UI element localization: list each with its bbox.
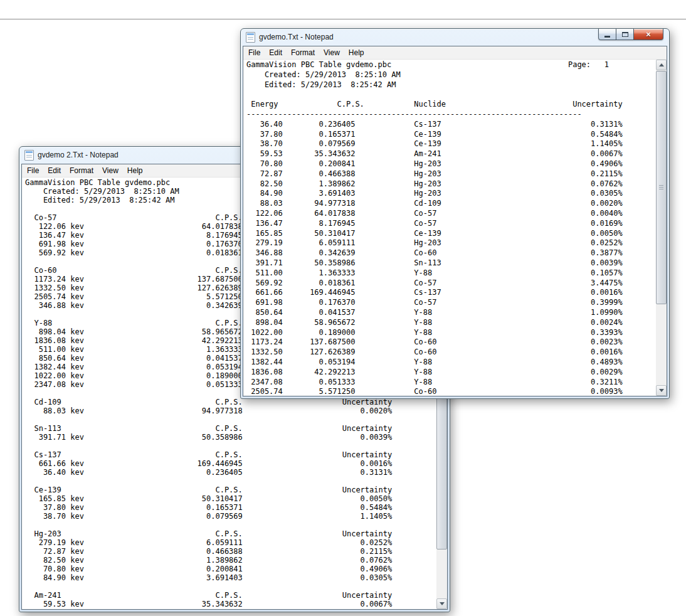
menu-edit[interactable]: Edit bbox=[265, 46, 287, 59]
menu-file[interactable]: File bbox=[244, 46, 265, 59]
arrow-down-icon bbox=[440, 602, 445, 605]
vertical-scrollbar-front[interactable] bbox=[656, 60, 667, 396]
maximize-button[interactable] bbox=[616, 29, 634, 40]
menu-edit[interactable]: Edit bbox=[43, 164, 65, 177]
minimize-button[interactable] bbox=[598, 29, 616, 40]
menu-format[interactable]: Format bbox=[65, 164, 98, 177]
scroll-thumb[interactable] bbox=[656, 71, 667, 304]
notepad-icon[interactable] bbox=[246, 32, 255, 43]
close-button[interactable]: × bbox=[634, 29, 663, 40]
window-client-front: File Edit Format View Help GammaVision P… bbox=[243, 46, 667, 396]
arrow-down-icon bbox=[659, 389, 664, 392]
titlebar-front[interactable]: gvdemo.Txt - Notepad × bbox=[241, 29, 669, 45]
menu-view[interactable]: View bbox=[319, 46, 344, 59]
menu-help[interactable]: Help bbox=[344, 46, 369, 59]
menubar-front: File Edit Format View Help bbox=[243, 46, 667, 60]
document-text-front: GammaVision PBC Table gvdemo.pbc Page: 1… bbox=[243, 60, 667, 396]
caption-buttons: × bbox=[598, 29, 663, 40]
window-title: gvdemo 2.Txt - Notepad bbox=[38, 151, 119, 159]
scroll-down-button[interactable] bbox=[436, 598, 447, 609]
menu-view[interactable]: View bbox=[98, 164, 123, 177]
notepad-window-front[interactable]: gvdemo.Txt - Notepad × File Edit Format … bbox=[240, 28, 670, 399]
page-top-rule bbox=[0, 19, 686, 19]
arrow-up-icon bbox=[659, 63, 664, 66]
scroll-down-button[interactable] bbox=[656, 385, 667, 396]
minimize-icon bbox=[604, 36, 610, 38]
maximize-icon bbox=[622, 32, 628, 37]
menu-help[interactable]: Help bbox=[123, 164, 147, 177]
scroll-up-button[interactable] bbox=[656, 60, 667, 70]
close-icon: × bbox=[646, 30, 651, 38]
window-title: gvdemo.Txt - Notepad bbox=[259, 33, 334, 41]
menu-format[interactable]: Format bbox=[287, 46, 319, 59]
notepad-icon[interactable] bbox=[24, 150, 34, 161]
menu-file[interactable]: File bbox=[23, 164, 43, 177]
text-area-front[interactable]: GammaVision PBC Table gvdemo.pbc Page: 1… bbox=[243, 60, 667, 396]
